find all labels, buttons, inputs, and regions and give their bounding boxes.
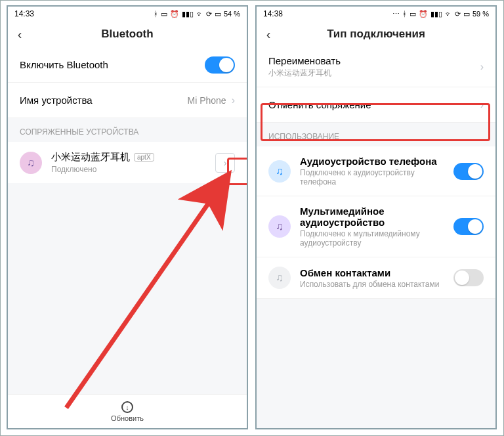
- usage-row-2[interactable]: ♫Обмен контактамиИспользовать для обмена…: [257, 257, 495, 299]
- refresh-label: Обновить: [111, 414, 144, 422]
- usage-desc: Подключено к мультимедийному аудиоустрой…: [300, 229, 444, 248]
- page-title: Bluetooth: [8, 28, 247, 41]
- chevron-right-icon: ›: [480, 99, 484, 111]
- status-time: 14:33: [14, 9, 34, 18]
- codec-badge: aptX: [134, 153, 154, 162]
- wifi-icon: ᯤ: [445, 11, 452, 18]
- usage-title: Аудиоустройство телефона: [300, 156, 444, 167]
- usage-row-0[interactable]: ♫Аудиоустройство телефонаПодключено к ау…: [257, 146, 495, 196]
- device-details-button[interactable]: ›: [215, 153, 235, 173]
- headphones-icon: ♫: [268, 267, 291, 289]
- alarm-icon: ⏰: [170, 11, 179, 18]
- bt-label: Включить Bluetooth: [20, 59, 205, 70]
- section-paired: СОПРЯЖЕННЫЕ УСТРОЙСТВА: [8, 118, 247, 142]
- wifi-icon: ᯤ: [196, 11, 203, 18]
- headphones-icon: ♫: [268, 160, 291, 183]
- sync-icon: ⟳: [455, 11, 461, 18]
- screenshot-right: 14:38 ⋯ ᚼ ▭ ⏰ ▮▮▯ ᯤ ⟳ ▭ 59 % ‹ Тип подкл…: [255, 5, 497, 429]
- device-name-label: Имя устройства: [20, 95, 188, 106]
- device-name-value: Mi Phone: [188, 95, 226, 106]
- usage-row-1[interactable]: ♫Мультимедийное аудиоустройствоПодключен…: [257, 196, 495, 257]
- status-bar: 14:33 ᚼ ▭ ⏰ ▮▮▯ ᯤ ⟳ ▭ 54 %: [8, 7, 247, 21]
- chevron-right-icon: ›: [480, 61, 484, 73]
- row-unpair[interactable]: Отменить сопряжение ›: [257, 87, 495, 123]
- sync-icon: ⟳: [206, 11, 212, 18]
- usage-desc: Подключено к аудиоустройству телефона: [300, 168, 444, 186]
- bluetooth-icon: ᚼ: [154, 11, 158, 18]
- status-bar: 14:38 ⋯ ᚼ ▭ ⏰ ▮▮▯ ᯤ ⟳ ▭ 59 %: [257, 7, 495, 21]
- usage-title: Обмен контактами: [300, 267, 444, 278]
- battery-text: 54 %: [224, 11, 240, 18]
- signal-icon: ▮▮▯: [430, 11, 442, 18]
- headphones-icon: ♫: [20, 152, 42, 174]
- status-icons: ᚼ ▭ ⏰ ▮▮▯ ᯤ ⟳ ▭ 54 %: [154, 11, 240, 18]
- header: ‹ Тип подключения: [257, 21, 495, 47]
- chevron-right-icon: ›: [232, 95, 235, 106]
- vibrate-icon: ▭: [410, 11, 416, 18]
- usage-title: Мультимедийное аудиоустройство: [300, 206, 444, 228]
- screenshot-left: 14:33 ᚼ ▭ ⏰ ▮▮▯ ᯤ ⟳ ▭ 54 % ‹ Bluetooth В…: [7, 5, 248, 429]
- header: ‹ Bluetooth: [8, 21, 247, 47]
- battery-icon: ▭: [463, 11, 470, 18]
- bluetooth-icon: ᚼ: [402, 11, 407, 18]
- status-icons: ⋯ ᚼ ▭ ⏰ ▮▮▯ ᯤ ⟳ ▭ 59 %: [392, 11, 489, 18]
- vibrate-icon: ▭: [161, 11, 167, 18]
- section-usage: ИСПОЛЬЗОВАНИЕ: [257, 123, 495, 146]
- unpair-label: Отменить сопряжение: [268, 99, 480, 110]
- signal-icon: ▮▮▯: [182, 11, 194, 18]
- headphones-icon: ♫: [268, 215, 291, 238]
- alarm-icon: ⏰: [419, 11, 428, 18]
- battery-icon: ▭: [215, 11, 221, 18]
- usage-toggle[interactable]: [453, 218, 484, 235]
- usage-desc: Использовать для обмена контактами: [300, 280, 444, 289]
- battery-text: 59 %: [472, 11, 489, 18]
- usage-toggle[interactable]: [453, 269, 484, 286]
- usage-toggle[interactable]: [453, 163, 484, 180]
- device-name: 小米运动蓝牙耳机: [51, 151, 130, 164]
- row-enable-bluetooth[interactable]: Включить Bluetooth: [8, 47, 247, 83]
- page-title: Тип подключения: [257, 28, 495, 41]
- refresh-button[interactable]: ↓ Обновить: [8, 394, 247, 428]
- more-icon: ⋯: [392, 11, 400, 18]
- rename-sub: 小米运动蓝牙耳机: [268, 68, 480, 79]
- row-rename[interactable]: Переименовать 小米运动蓝牙耳机 ›: [257, 47, 495, 87]
- device-status: Подключено: [51, 165, 154, 174]
- rename-label: Переименовать: [268, 55, 480, 66]
- status-time: 14:38: [263, 9, 283, 18]
- bluetooth-toggle[interactable]: [205, 56, 235, 74]
- row-device-name[interactable]: Имя устройства Mi Phone ›: [8, 83, 247, 118]
- paired-device-row[interactable]: ♫ 小米运动蓝牙耳机 aptX Подключено ›: [8, 142, 247, 183]
- refresh-icon: ↓: [121, 401, 133, 413]
